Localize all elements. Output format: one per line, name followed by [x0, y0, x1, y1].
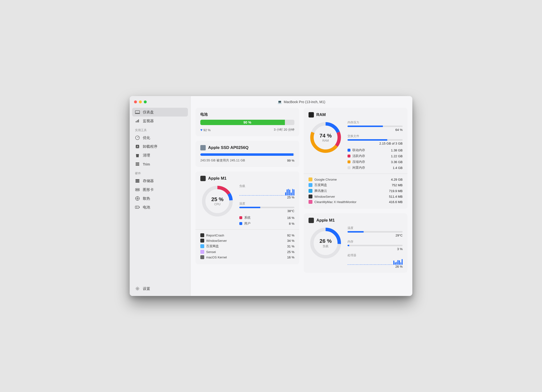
process-row: WindowServer511.4 MB [309, 194, 403, 199]
sidebar-label: Trim [143, 162, 150, 166]
sidebar-heading-hardware: 硬件 [132, 168, 188, 176]
process-icon [309, 189, 312, 193]
cpu-title: Apple M1 [208, 176, 227, 181]
process-name: macOS Kernel [206, 255, 227, 259]
gpu-proc-label: 处理器 [348, 253, 403, 257]
process-icon [309, 195, 312, 198]
sidebar-heading-utilities: 实用工具 [132, 125, 188, 133]
gpu-icon [135, 187, 140, 192]
battery-percent: 90 % [243, 120, 251, 124]
legend-swatch [348, 155, 350, 157]
card-battery: 电池 90 % ♥ 92 % 3 小时 20 分钟 [195, 108, 299, 136]
gpu-title: Apple M1 [316, 218, 335, 223]
svg-point-22 [138, 189, 139, 190]
sidebar-item-clean[interactable]: 清理 [132, 151, 188, 160]
process-name: Google Chrome [314, 178, 337, 181]
ssd-title: Apple SSD AP0256Q [208, 145, 249, 150]
titlebar: 💻 MacBook Pro (13-inch, M1) [195, 96, 407, 108]
ram-pressure-bar [348, 126, 403, 127]
process-value: 92 % [287, 234, 294, 237]
svg-rect-8 [136, 162, 137, 163]
window-controls [132, 99, 188, 108]
page-title: MacBook Pro (13-inch, M1) [284, 100, 325, 104]
sidebar-label: 电池 [143, 205, 150, 210]
gauge-icon [135, 135, 140, 140]
process-name: 百度网盘 [314, 183, 327, 187]
legend-value: 1.22 GB [391, 154, 403, 158]
process-name: Sensei [206, 250, 216, 254]
legend-swatch [239, 216, 242, 219]
legend-label: 用户 [244, 221, 251, 226]
laptop-icon: 💻 [278, 100, 282, 104]
svg-rect-20 [136, 188, 139, 191]
sidebar-item-storage[interactable]: 存储器 [132, 176, 188, 185]
process-row: 腾讯微云719.9 MB [309, 188, 403, 194]
battery-title: 电池 [200, 112, 294, 117]
battery-time: 3 小时 20 分钟 [274, 127, 294, 132]
card-ssd: Apple SSD AP0256Q 243.55 GB 被使用共 245.11 … [195, 141, 299, 167]
process-value: 25 % [287, 250, 294, 254]
svg-rect-25 [139, 207, 140, 208]
process-icon [200, 250, 204, 254]
process-value: 34 % [287, 239, 294, 243]
sidebar-item-settings[interactable]: 设置 [132, 284, 188, 293]
zoom-button[interactable] [144, 100, 147, 103]
ssd-percent: 99 % [287, 159, 294, 162]
ssd-bar-fill [200, 153, 293, 156]
chart-icon [135, 118, 140, 123]
legend-swatch [348, 160, 350, 163]
gpu-temp-bar [348, 231, 403, 233]
legend-row: 联动内存1.38 GB [348, 147, 403, 153]
trash-icon [135, 153, 140, 158]
process-name: WindowServer [314, 195, 335, 198]
app-window: 仪表盘 监视器 实用工具 优化 A 卸载程序 清理 Trim 硬件 存储器 [130, 96, 412, 296]
legend-row: 系统16 % [239, 215, 294, 221]
gpu-ring: 26 % 负载 [309, 226, 343, 260]
sidebar-item-optimize[interactable]: 优化 [132, 133, 188, 142]
process-row: ReportCrash92 % [200, 233, 294, 238]
sidebar-label: 仪表盘 [143, 110, 154, 115]
sidebar-label: 存储器 [143, 179, 154, 183]
app-icon: A [135, 144, 140, 149]
process-value: 416.6 MB [389, 200, 403, 204]
svg-rect-16 [138, 165, 139, 166]
ram-ring: 74 % RAM [309, 120, 343, 155]
process-value: 4.29 GB [391, 178, 403, 181]
cpu-chip-icon [200, 176, 206, 181]
sidebar-item-monitor[interactable]: 监视器 [132, 117, 188, 125]
sidebar-item-battery[interactable]: 电池 [132, 203, 188, 212]
process-icon [309, 200, 312, 204]
sidebar-item-dashboard[interactable]: 仪表盘 [132, 108, 188, 117]
sidebar-item-graphics[interactable]: 图形卡 [132, 185, 188, 194]
process-icon [309, 183, 312, 187]
minimize-button[interactable] [139, 100, 142, 103]
process-row: WindowServer34 % [200, 238, 294, 243]
cpu-ring: 25 % CPU [200, 184, 234, 218]
legend-row: 闲置内存1.4 GB [348, 165, 403, 171]
battery-icon [135, 205, 140, 210]
cpu-ring-percent: 25 % [211, 196, 223, 203]
sidebar-item-cooling[interactable]: 散热 [132, 194, 188, 203]
process-row: Sensei25 % [200, 249, 294, 255]
svg-point-26 [137, 288, 138, 289]
process-row: 百度网盘752 MB [309, 182, 403, 188]
sidebar-item-uninstaller[interactable]: A 卸载程序 [132, 142, 188, 151]
legend-label: 闲置内存 [352, 166, 365, 170]
svg-rect-12 [137, 164, 138, 165]
close-button[interactable] [134, 100, 137, 103]
process-name: ReportCrash [206, 234, 224, 237]
gpu-mem-bar [348, 245, 403, 246]
ssd-bar [200, 153, 294, 156]
legend-value: 8 % [289, 222, 294, 225]
process-icon [200, 244, 204, 248]
laptop-icon [135, 110, 140, 115]
svg-rect-10 [138, 162, 139, 163]
fan-icon [135, 196, 140, 201]
process-icon [200, 233, 204, 237]
ram-ring-percent: 74 % [319, 133, 332, 139]
process-name: 百度网盘 [206, 244, 219, 248]
svg-rect-15 [137, 165, 138, 166]
legend-swatch [348, 149, 350, 152]
sidebar-item-trim[interactable]: Trim [132, 160, 188, 168]
svg-point-21 [136, 189, 137, 190]
